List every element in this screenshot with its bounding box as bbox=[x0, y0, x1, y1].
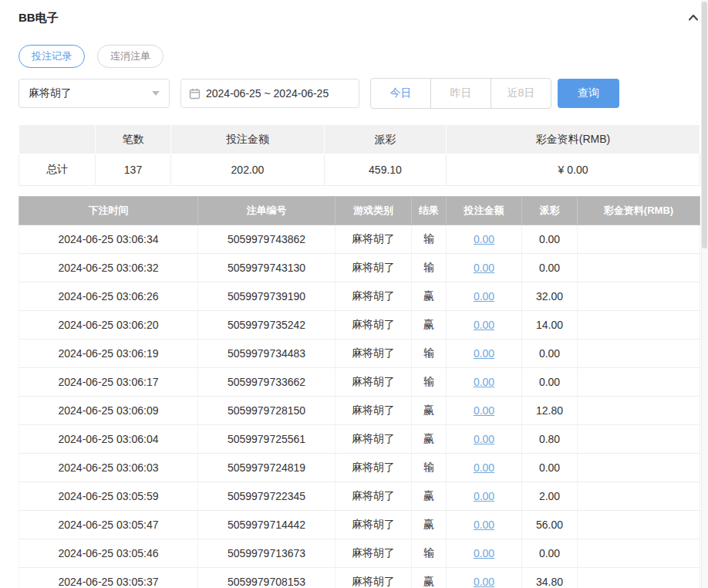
bet-amount-link[interactable]: 0.00 bbox=[474, 461, 494, 474]
tab-cancelled-orders[interactable]: 连消注单 bbox=[97, 45, 164, 68]
result-cell: 赢 bbox=[412, 397, 447, 425]
records-header-row: 下注时间 注单编号 游戏类别 结果 投注金额 派彩 彩金资料(RMB) bbox=[19, 197, 700, 225]
quick-today-button[interactable]: 今日 bbox=[370, 78, 431, 109]
chevron-down-icon bbox=[152, 91, 160, 96]
payout-cell: 12.80 bbox=[522, 397, 578, 425]
result-cell: 输 bbox=[412, 539, 447, 568]
bet-amount-cell: 0.00 bbox=[447, 340, 522, 368]
game-type-cell: 麻将胡了 bbox=[335, 282, 412, 311]
order-id-cell: 5059979743130 bbox=[198, 254, 335, 282]
order-id-cell: 5059979722345 bbox=[198, 482, 335, 511]
bet-amount-cell: 0.00 bbox=[447, 454, 522, 482]
table-row: 2024-06-25 03:05:375059979708153麻将胡了赢0.0… bbox=[19, 568, 700, 588]
bet-amount-link[interactable]: 0.00 bbox=[474, 290, 494, 302]
bet-amount-link[interactable]: 0.00 bbox=[474, 233, 494, 245]
filter-bar: 麻将胡了 2024-06-25 ~ 2024-06-25 今日 昨日 近8日 查… bbox=[19, 78, 700, 109]
bet-time-cell: 2024-06-25 03:06:03 bbox=[19, 454, 198, 482]
scrollbar-thumb[interactable] bbox=[702, 2, 707, 248]
payout-cell: 14.00 bbox=[522, 311, 578, 340]
table-row: 2024-06-25 03:06:205059979735242麻将胡了赢0.0… bbox=[19, 311, 700, 340]
table-row: 2024-06-25 03:06:175059979733662麻将胡了输0.0… bbox=[19, 368, 700, 397]
query-button[interactable]: 查询 bbox=[558, 79, 619, 108]
bet-amount-link[interactable]: 0.00 bbox=[474, 576, 494, 588]
result-cell: 输 bbox=[412, 454, 447, 482]
bet-amount-link[interactable]: 0.00 bbox=[474, 319, 494, 331]
table-row: 2024-06-25 03:06:325059979743130麻将胡了输0.0… bbox=[19, 254, 700, 282]
bet-amount-link[interactable]: 0.00 bbox=[474, 519, 494, 531]
date-range-value: 2024-06-25 ~ 2024-06-25 bbox=[206, 87, 329, 100]
page-title: BB电子 bbox=[19, 11, 59, 25]
payout-cell: 0.00 bbox=[522, 539, 578, 568]
result-cell: 赢 bbox=[412, 568, 447, 588]
bet-amount-link[interactable]: 0.00 bbox=[474, 376, 494, 388]
table-row: 2024-06-25 03:06:195059979734483麻将胡了输0.0… bbox=[19, 340, 700, 368]
game-type-cell: 麻将胡了 bbox=[335, 340, 412, 368]
result-cell: 输 bbox=[412, 254, 447, 282]
payout-cell: 56.00 bbox=[522, 511, 578, 539]
result-cell: 赢 bbox=[412, 425, 447, 454]
table-row: 2024-06-25 03:05:475059979714442麻将胡了赢0.0… bbox=[19, 511, 700, 539]
bet-time-cell: 2024-06-25 03:05:47 bbox=[19, 511, 198, 539]
bet-amount-cell: 0.00 bbox=[447, 425, 522, 454]
bonus-cell bbox=[578, 568, 700, 588]
summary-header-row: 笔数 投注金额 派彩 彩金资料(RMB) bbox=[19, 125, 700, 154]
quick-yesterday-button[interactable]: 昨日 bbox=[430, 78, 491, 109]
col-result: 结果 bbox=[412, 197, 447, 225]
payout-cell: 0.00 bbox=[522, 254, 578, 282]
bet-time-cell: 2024-06-25 03:06:09 bbox=[19, 397, 198, 425]
order-id-cell: 5059979714442 bbox=[198, 511, 335, 539]
bet-amount-link[interactable]: 0.00 bbox=[474, 347, 494, 360]
bet-amount-cell: 0.00 bbox=[447, 368, 522, 397]
bet-amount-link[interactable]: 0.00 bbox=[474, 547, 494, 559]
result-cell: 赢 bbox=[412, 511, 447, 539]
bonus-cell bbox=[578, 225, 700, 254]
game-type-cell: 麻将胡了 bbox=[335, 368, 412, 397]
bet-amount-cell: 0.00 bbox=[447, 397, 522, 425]
payout-cell: 0.00 bbox=[522, 340, 578, 368]
quick-last8days-button[interactable]: 近8日 bbox=[491, 78, 551, 109]
bet-time-cell: 2024-06-25 03:06:32 bbox=[19, 254, 198, 282]
order-id-cell: 5059979708153 bbox=[198, 568, 335, 588]
col-bet-amount: 投注金额 bbox=[447, 197, 522, 225]
total-bet-amount: 202.00 bbox=[171, 154, 325, 186]
bonus-cell bbox=[578, 539, 700, 568]
game-select[interactable]: 麻将胡了 bbox=[19, 79, 170, 108]
col-payout: 派彩 bbox=[522, 197, 578, 225]
bet-amount-link[interactable]: 0.00 bbox=[474, 490, 494, 502]
table-row: 2024-06-25 03:06:035059979724819麻将胡了输0.0… bbox=[19, 454, 700, 482]
bet-time-cell: 2024-06-25 03:06:04 bbox=[19, 425, 198, 454]
order-id-cell: 5059979713673 bbox=[198, 539, 335, 568]
collapse-chevron-up-icon[interactable] bbox=[686, 11, 700, 25]
payout-cell: 0.80 bbox=[522, 425, 578, 454]
bonus-cell bbox=[578, 425, 700, 454]
date-range-input[interactable]: 2024-06-25 ~ 2024-06-25 bbox=[180, 79, 359, 108]
record-type-tabs: 投注记录 连消注单 bbox=[19, 45, 700, 68]
table-row: 2024-06-25 03:06:345059979743862麻将胡了输0.0… bbox=[19, 225, 700, 254]
summary-table: 笔数 投注金额 派彩 彩金资料(RMB) 总计 137 202.00 459.1… bbox=[19, 124, 700, 186]
bonus-cell bbox=[578, 340, 700, 368]
table-row: 2024-06-25 03:06:095059979728150麻将胡了赢0.0… bbox=[19, 397, 700, 425]
bonus-cell bbox=[578, 254, 700, 282]
game-select-value: 麻将胡了 bbox=[29, 86, 72, 100]
game-type-cell: 麻将胡了 bbox=[335, 482, 412, 511]
bet-amount-link[interactable]: 0.00 bbox=[474, 262, 494, 274]
order-id-cell: 5059979739190 bbox=[198, 282, 335, 311]
bet-time-cell: 2024-06-25 03:06:17 bbox=[19, 368, 198, 397]
col-bet-time: 下注时间 bbox=[19, 197, 198, 225]
summary-col-payout: 派彩 bbox=[325, 125, 447, 154]
vertical-scrollbar[interactable] bbox=[701, 0, 708, 588]
result-cell: 输 bbox=[412, 225, 447, 254]
order-id-cell: 5059979733662 bbox=[198, 368, 335, 397]
col-game-type: 游戏类别 bbox=[335, 197, 412, 225]
calendar-icon bbox=[189, 88, 201, 100]
bet-time-cell: 2024-06-25 03:05:59 bbox=[19, 482, 198, 511]
col-order-id: 注单编号 bbox=[198, 197, 335, 225]
bet-amount-link[interactable]: 0.00 bbox=[474, 433, 494, 445]
bet-amount-link[interactable]: 0.00 bbox=[474, 404, 494, 417]
tab-bet-records[interactable]: 投注记录 bbox=[19, 45, 85, 68]
payout-cell: 34.80 bbox=[522, 568, 578, 588]
summary-total-row: 总计 137 202.00 459.10 ¥ 0.00 bbox=[19, 154, 700, 186]
bonus-cell bbox=[578, 482, 700, 511]
bonus-cell bbox=[578, 454, 700, 482]
result-cell: 赢 bbox=[412, 482, 447, 511]
